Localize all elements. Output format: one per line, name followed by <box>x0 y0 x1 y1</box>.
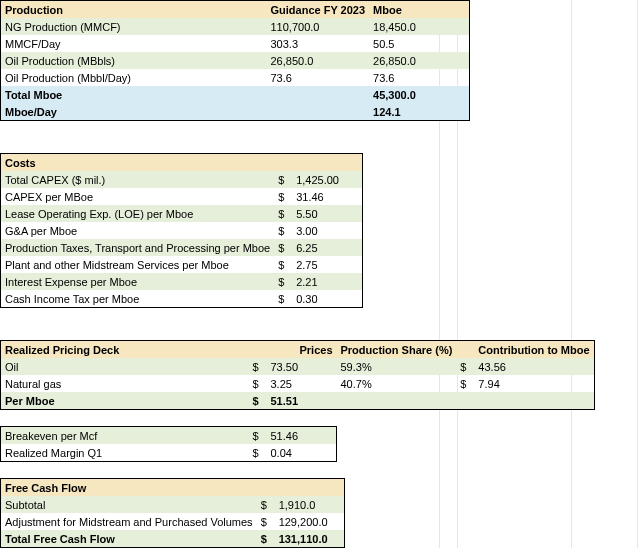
table-row: Oil <box>1 358 249 375</box>
table-row: Natural gas <box>1 375 249 392</box>
table-row: CAPEX per MBoe <box>1 188 275 205</box>
table-row: Oil Production (Mbbl/Day) <box>1 69 249 86</box>
production-table: Production Guidance FY 2023 Mboe NG Prod… <box>0 0 470 121</box>
production-header-mboe: Mboe <box>369 1 469 19</box>
mboe-day-value: 124.1 <box>369 103 469 121</box>
per-mboe-value: 51.51 <box>267 392 337 410</box>
costs-header: Costs <box>1 154 275 172</box>
table-row: Realized Margin Q1 <box>1 444 249 462</box>
total-fcf-value: 131,110.0 <box>275 530 345 548</box>
table-row: Plant and other Midstream Services per M… <box>1 256 275 273</box>
production-header-guidance: Guidance FY 2023 <box>267 1 370 19</box>
table-row: Lease Operating Exp. (LOE) per Mboe <box>1 205 275 222</box>
table-row: G&A per Mboe <box>1 222 275 239</box>
breakeven-table: Breakeven per Mcf $ 51.46 Realized Margi… <box>0 426 337 462</box>
pricing-header-share: Production Share (%) <box>337 341 457 359</box>
table-row: Production Taxes, Transport and Processi… <box>1 239 275 256</box>
table-row: Total CAPEX ($ mil.) <box>1 171 275 188</box>
total-mboe-value: 45,300.0 <box>369 86 469 103</box>
pricing-header-contrib: Contribution to Mboe <box>474 341 594 359</box>
table-row: Oil Production (MBbls) <box>1 52 249 69</box>
table-row: Subtotal <box>1 496 257 513</box>
fcf-header: Free Cash Flow <box>1 479 257 497</box>
mboe-day-label: Mboe/Day <box>1 103 249 121</box>
table-row: NG Production (MMCF) <box>1 18 249 35</box>
per-mboe-label: Per Mboe <box>1 392 249 410</box>
table-row: Breakeven per Mcf <box>1 427 249 445</box>
fcf-table: Free Cash Flow Subtotal $ 1,910.0 Adjust… <box>0 478 345 548</box>
total-mboe-label: Total Mboe <box>1 86 249 103</box>
production-header-label: Production <box>1 1 249 19</box>
costs-table: Costs Total CAPEX ($ mil.) $ 1,425.00 CA… <box>0 153 363 308</box>
pricing-header-label: Realized Pricing Deck <box>1 341 249 359</box>
pricing-table: Realized Pricing Deck Prices Production … <box>0 340 595 410</box>
table-row: MMCF/Day <box>1 35 249 52</box>
table-row: Adjustment for Midstream and Purchased V… <box>1 513 257 530</box>
table-row: Interest Expense per Mboe <box>1 273 275 290</box>
pricing-header-prices: Prices <box>267 341 337 359</box>
table-row: Cash Income Tax per Mboe <box>1 290 275 308</box>
total-fcf-label: Total Free Cash Flow <box>1 530 257 548</box>
